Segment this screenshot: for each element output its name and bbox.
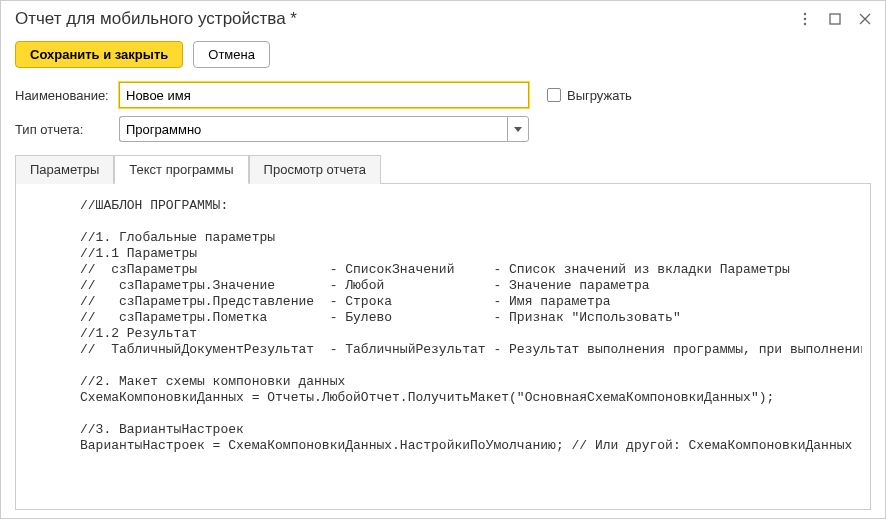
row-type: Тип отчета: — [1, 112, 885, 146]
upload-checkbox[interactable]: Выгружать — [547, 88, 632, 103]
type-select[interactable] — [119, 116, 507, 142]
svg-point-1 — [804, 18, 806, 20]
svg-point-2 — [804, 23, 806, 25]
toolbar: Сохранить и закрыть Отмена — [1, 33, 885, 78]
code-editor[interactable]: //ШАБЛОН ПРОГРАММЫ: //1. Глобальные пара… — [24, 192, 862, 501]
svg-rect-3 — [830, 14, 840, 24]
maximize-icon[interactable] — [827, 11, 843, 27]
upload-label: Выгружать — [567, 88, 632, 103]
checkbox-box-icon[interactable] — [547, 88, 561, 102]
save-close-button[interactable]: Сохранить и закрыть — [15, 41, 183, 68]
tab-preview[interactable]: Просмотр отчета — [249, 155, 382, 184]
cancel-button[interactable]: Отмена — [193, 41, 270, 68]
tab-params[interactable]: Параметры — [15, 155, 114, 184]
type-dropdown-button[interactable] — [507, 116, 529, 142]
tab-program-text[interactable]: Текст программы — [114, 155, 248, 184]
row-name: Наименование: Выгружать — [1, 78, 885, 112]
chevron-down-icon — [514, 127, 522, 132]
name-input[interactable] — [119, 82, 529, 108]
name-label: Наименование: — [15, 88, 113, 103]
type-label: Тип отчета: — [15, 122, 113, 137]
window-title: Отчет для мобильного устройства * — [15, 9, 297, 29]
titlebar: Отчет для мобильного устройства * — [1, 1, 885, 33]
tabs: Параметры Текст программы Просмотр отчет… — [15, 154, 871, 184]
close-icon[interactable] — [857, 11, 873, 27]
svg-point-0 — [804, 13, 806, 15]
more-icon[interactable] — [797, 11, 813, 27]
tab-content: //ШАБЛОН ПРОГРАММЫ: //1. Глобальные пара… — [15, 184, 871, 510]
